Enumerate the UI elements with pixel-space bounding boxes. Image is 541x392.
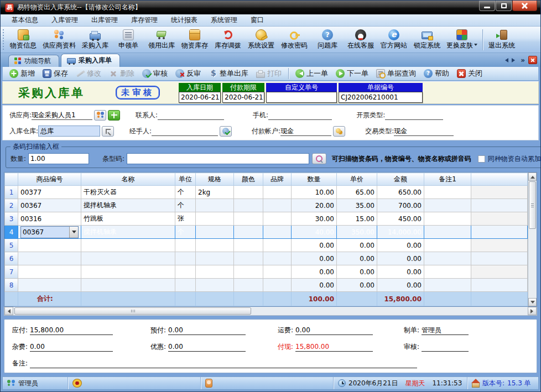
cell-spec[interactable] <box>196 212 234 226</box>
cell-note1[interactable] <box>424 212 471 226</box>
cell-spec[interactable]: 2kg <box>196 186 234 199</box>
cell-price[interactable]: 0.00 <box>337 239 377 252</box>
cell-unit[interactable]: 张 <box>175 212 196 226</box>
menu-item[interactable]: 统计报表 <box>164 14 204 27</box>
grid-row-7[interactable]: 70.000.000.00 <box>5 265 528 279</box>
cell-code[interactable]: 00367 <box>18 199 81 212</box>
vscroll-thumb[interactable] <box>529 181 536 229</box>
cell-name[interactable]: 搅拌机轴承 <box>81 199 175 212</box>
maximize-button[interactable] <box>496 1 512 11</box>
toolbar-question-bank-button[interactable]: 问题库 <box>311 28 344 52</box>
add-supplier-button[interactable] <box>108 110 120 121</box>
cell-spec[interactable] <box>196 265 234 279</box>
cell-note1[interactable] <box>424 199 471 212</box>
cell-unit[interactable]: 个 <box>175 186 196 199</box>
grid-row-5[interactable]: 50.000.000.00 <box>5 239 528 252</box>
form-toolbar-query-button[interactable]: 单据查询 <box>373 67 419 80</box>
cell-color[interactable] <box>234 226 263 239</box>
cell-note1[interactable] <box>424 279 471 292</box>
cell-code[interactable]: 00377 <box>18 186 81 199</box>
trade-type-value[interactable]: 现金 <box>394 126 454 136</box>
cell-unit[interactable]: 个 <box>175 226 196 239</box>
cell-unit[interactable] <box>175 279 196 292</box>
cell-color[interactable] <box>234 239 263 252</box>
minimize-button[interactable] <box>479 1 495 11</box>
form-toolbar-whole-out-button[interactable]: 整单出库 <box>205 67 252 80</box>
toolbar-lock-system-button[interactable]: 锁定系统 <box>410 28 444 52</box>
cell-amount[interactable]: 0.00 <box>377 265 424 279</box>
cell-code[interactable]: 00316 <box>18 212 81 226</box>
toolbar-supplier-button[interactable]: 供应商资料 <box>40 28 79 52</box>
form-toolbar-audit-button[interactable]: 审核 <box>139 67 171 80</box>
toolbar-skin-button[interactable]: 更换皮肤 <box>444 28 480 52</box>
cash-paid-value[interactable]: 15,800.00 <box>295 342 373 352</box>
menu-item[interactable]: 入库管理 <box>45 14 85 27</box>
cell-color[interactable] <box>234 279 263 292</box>
toolbar-purchase-in-button[interactable]: 采购入库 <box>79 28 112 52</box>
cell-color[interactable] <box>234 252 263 265</box>
toolbar-website-button[interactable]: 官方网站 <box>377 28 410 52</box>
cell-code[interactable] <box>18 265 81 279</box>
form-toolbar-help-button[interactable]: 帮助 <box>420 67 452 80</box>
cell-amount[interactable]: 14,000.00 <box>377 226 424 239</box>
cell-name[interactable]: 竹跳板 <box>81 212 175 226</box>
tab-scroll-right-icon[interactable] <box>512 58 517 62</box>
freight-value[interactable]: 0.00 <box>295 326 373 335</box>
grid-row-3[interactable]: 300316竹跳板张30.0015.00450.00 <box>5 212 528 226</box>
row-number[interactable]: 3 <box>5 212 18 226</box>
cell-qty[interactable]: 0.00 <box>292 265 337 279</box>
menu-item[interactable]: 窗口 <box>244 14 270 27</box>
prepaid-value[interactable]: 0.00 <box>168 326 246 335</box>
tab-list-chevron-icon[interactable] <box>521 58 525 63</box>
cell-color[interactable] <box>234 199 263 212</box>
cell-brand[interactable] <box>263 199 292 212</box>
grid-row-1[interactable]: 100377干粉灭火器个2kg10.0065.00650.00 <box>5 186 528 199</box>
doc-field-value[interactable]: 2020-06-21 <box>222 92 264 103</box>
cell-note1[interactable] <box>424 226 471 239</box>
cell-price[interactable]: 0.00 <box>337 279 377 292</box>
toolbar-online-service-button[interactable]: 在线客服 <box>344 28 377 52</box>
cell-name[interactable] <box>81 265 175 279</box>
discount-value[interactable]: 0.00 <box>168 342 246 352</box>
toolbar-stock-button[interactable]: 物资库存 <box>178 28 211 52</box>
cell-spec[interactable] <box>196 252 234 265</box>
toolbar-exit-button[interactable]: 退出系统 <box>485 28 518 52</box>
cell-brand[interactable] <box>263 252 292 265</box>
warehouse-select-button[interactable] <box>102 126 114 137</box>
supplier-select-button[interactable] <box>94 110 106 121</box>
cell-code[interactable] <box>18 252 81 265</box>
cell-amount[interactable]: 450.00 <box>377 212 424 226</box>
cell-unit[interactable] <box>175 265 196 279</box>
cell-unit[interactable]: 个 <box>175 199 196 212</box>
cell-code[interactable] <box>18 279 81 292</box>
cell-spec[interactable] <box>196 226 234 239</box>
cell-amount[interactable]: 0.00 <box>377 252 424 265</box>
cell-qty[interactable]: 0.00 <box>292 239 337 252</box>
toolbar-materials-info-button[interactable]: 物资信息 <box>7 28 40 52</box>
cell-brand[interactable] <box>263 212 292 226</box>
menu-item[interactable]: 库存管理 <box>124 14 164 27</box>
doc-field-value[interactable] <box>266 92 337 103</box>
form-toolbar-prev-button[interactable]: 上一单 <box>292 67 331 80</box>
form-toolbar-next-button[interactable]: 下一单 <box>332 67 372 80</box>
vscroll-track[interactable] <box>528 229 537 298</box>
code-combo-editor[interactable] <box>20 226 79 238</box>
handler-value[interactable] <box>152 126 218 136</box>
form-toolbar-close-doc-button[interactable]: 关闭 <box>454 67 486 80</box>
grid-row-8[interactable]: 80.000.000.00 <box>5 279 528 292</box>
combo-dropdown-button[interactable] <box>69 227 78 238</box>
note-value[interactable] <box>30 359 417 368</box>
cell-price[interactable]: 15.00 <box>337 212 377 226</box>
cell-name[interactable] <box>81 252 175 265</box>
cell-note1[interactable] <box>424 186 471 199</box>
cell-color[interactable] <box>234 186 263 199</box>
row-number[interactable]: 4 <box>5 226 18 239</box>
row-number[interactable]: 8 <box>5 279 18 292</box>
cell-brand[interactable] <box>263 239 292 252</box>
grid-row-6[interactable]: 60.000.000.00 <box>5 252 528 265</box>
pay-account-select-button[interactable] <box>333 126 345 137</box>
barcode-search-button[interactable] <box>312 153 326 164</box>
cell-name[interactable]: 干粉灭火器 <box>81 186 175 199</box>
cell-spec[interactable] <box>196 279 234 292</box>
cell-name[interactable]: 搅拌机轴承 <box>81 226 175 239</box>
